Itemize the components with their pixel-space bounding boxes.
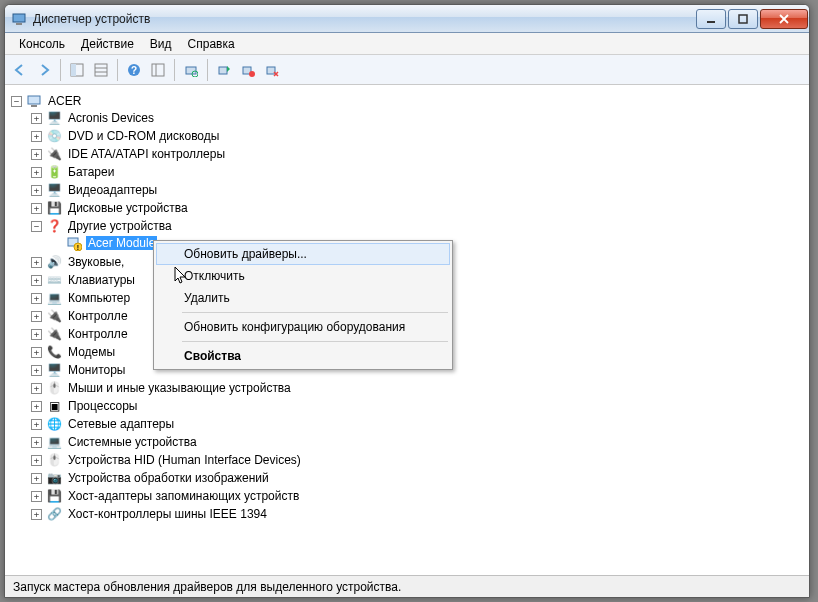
svg-rect-19 (28, 96, 40, 104)
node-label: Батареи (66, 165, 116, 179)
node-label: Звуковые, (66, 255, 126, 269)
tree-node[interactable]: −❓Другие устройства (31, 218, 803, 234)
expand-icon[interactable]: + (31, 401, 42, 412)
svg-rect-6 (95, 64, 107, 76)
node-label: Другие устройства (66, 219, 174, 233)
node-label: Хост-контроллеры шины IEEE 1394 (66, 507, 269, 521)
toolbar: ? (5, 55, 809, 85)
expand-icon[interactable]: + (31, 149, 42, 160)
tree-node[interactable]: +💿DVD и CD-ROM дисководы (31, 128, 803, 144)
help-button[interactable]: ? (123, 59, 145, 81)
device-category-icon: ▣ (46, 398, 62, 414)
device-category-icon: 📷 (46, 470, 62, 486)
tree-node[interactable]: +🔋Батареи (31, 164, 803, 180)
nav-back-button[interactable] (9, 59, 31, 81)
expand-icon[interactable]: + (31, 437, 42, 448)
node-label: Устройства обработки изображений (66, 471, 271, 485)
device-category-icon: ❓ (46, 218, 62, 234)
properties-button[interactable] (90, 59, 112, 81)
warning-icon: ! (66, 235, 82, 251)
svg-rect-0 (13, 14, 25, 22)
expand-icon[interactable]: + (31, 257, 42, 268)
svg-rect-13 (186, 67, 196, 74)
device-category-icon: 🖱️ (46, 380, 62, 396)
expand-icon[interactable]: + (31, 419, 42, 430)
context-menu-item[interactable]: Обновить конфигурацию оборудования (156, 316, 450, 338)
close-button[interactable] (760, 9, 808, 29)
tree-node[interactable]: +▣Процессоры (31, 398, 803, 414)
app-icon (11, 11, 27, 27)
tree-node[interactable]: +🔌IDE ATA/ATAPI контроллеры (31, 146, 803, 162)
menu-help[interactable]: Справка (180, 35, 243, 53)
context-menu-item[interactable]: Отключить (156, 265, 450, 287)
expand-icon[interactable]: + (31, 113, 42, 124)
tree-node[interactable]: +💾Хост-адаптеры запоминающих устройств (31, 488, 803, 504)
titlebar[interactable]: Диспетчер устройств (5, 5, 809, 33)
node-label: Мониторы (66, 363, 127, 377)
menu-console[interactable]: Консоль (11, 35, 73, 53)
expand-icon[interactable]: + (31, 455, 42, 466)
window-title: Диспетчер устройств (33, 12, 695, 26)
menu-view[interactable]: Вид (142, 35, 180, 53)
expand-icon[interactable]: + (31, 509, 42, 520)
svg-text:?: ? (131, 65, 137, 76)
collapse-icon[interactable]: − (11, 96, 22, 107)
device-category-icon: 🔋 (46, 164, 62, 180)
expand-icon[interactable]: + (31, 365, 42, 376)
device-category-icon: 💾 (46, 488, 62, 504)
minimize-button[interactable] (696, 9, 726, 29)
expand-icon[interactable]: + (31, 311, 42, 322)
expand-icon[interactable]: + (31, 473, 42, 484)
svg-rect-5 (71, 64, 76, 76)
device-category-icon: 🔗 (46, 506, 62, 522)
expand-icon[interactable]: + (31, 131, 42, 142)
svg-text:!: ! (77, 244, 79, 251)
node-label: Модемы (66, 345, 117, 359)
maximize-button[interactable] (728, 9, 758, 29)
expand-icon[interactable]: + (31, 167, 42, 178)
tree-root-node[interactable]: −ACER (11, 93, 803, 109)
node-label: Мыши и иные указывающие устройства (66, 381, 293, 395)
tree-node[interactable]: +💾Дисковые устройства (31, 200, 803, 216)
nav-forward-button[interactable] (33, 59, 55, 81)
device-category-icon: 💻 (46, 434, 62, 450)
expand-icon[interactable]: + (31, 275, 42, 286)
uninstall-button[interactable] (261, 59, 283, 81)
device-category-icon: 🔊 (46, 254, 62, 270)
context-menu-item[interactable]: Удалить (156, 287, 450, 309)
context-menu-item[interactable]: Обновить драйверы... (156, 243, 450, 265)
expand-icon[interactable]: + (31, 383, 42, 394)
tree-node[interactable]: +🖱️Устройства HID (Human Interface Devic… (31, 452, 803, 468)
status-text: Запуск мастера обновления драйверов для … (13, 580, 401, 594)
svg-rect-2 (707, 21, 715, 23)
node-label: Хост-адаптеры запоминающих устройств (66, 489, 301, 503)
expand-icon[interactable]: − (31, 221, 42, 232)
expand-icon[interactable]: + (31, 293, 42, 304)
disable-button[interactable] (237, 59, 259, 81)
menubar: Консоль Действие Вид Справка (5, 33, 809, 55)
tree-node[interactable]: +🔗Хост-контроллеры шины IEEE 1394 (31, 506, 803, 522)
expand-icon[interactable]: + (31, 491, 42, 502)
expand-icon[interactable]: + (31, 185, 42, 196)
svg-rect-3 (739, 15, 747, 23)
update-driver-button[interactable] (213, 59, 235, 81)
refresh-button[interactable] (147, 59, 169, 81)
tree-node[interactable]: +🖱️Мыши и иные указывающие устройства (31, 380, 803, 396)
tree-node[interactable]: +💻Системные устройства (31, 434, 803, 450)
expand-icon[interactable]: + (31, 329, 42, 340)
expand-icon[interactable]: + (31, 347, 42, 358)
show-hide-tree-button[interactable] (66, 59, 88, 81)
tree-node[interactable]: +🌐Сетевые адаптеры (31, 416, 803, 432)
tree-node[interactable]: +📷Устройства обработки изображений (31, 470, 803, 486)
device-category-icon: ⌨️ (46, 272, 62, 288)
device-category-icon: 💾 (46, 200, 62, 216)
scan-hardware-button[interactable] (180, 59, 202, 81)
computer-icon (26, 93, 42, 109)
window: Диспетчер устройств Консоль Действие Вид… (4, 4, 810, 598)
menu-action[interactable]: Действие (73, 35, 142, 53)
device-tree-panel[interactable]: −ACER+🖥️Acronis Devices+💿DVD и CD-ROM ди… (5, 85, 809, 575)
context-menu-item[interactable]: Свойства (156, 345, 450, 367)
tree-node[interactable]: +🖥️Видеоадаптеры (31, 182, 803, 198)
tree-node[interactable]: +🖥️Acronis Devices (31, 110, 803, 126)
expand-icon[interactable]: + (31, 203, 42, 214)
